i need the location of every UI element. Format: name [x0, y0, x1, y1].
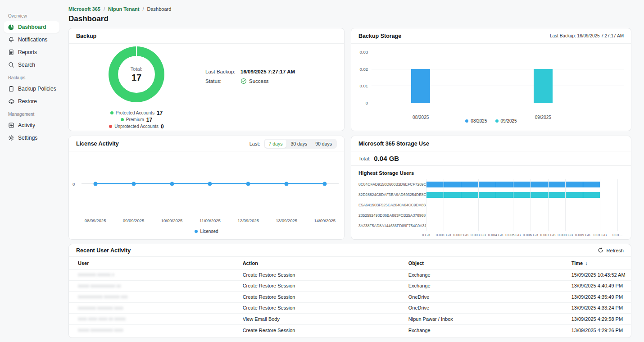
breadcrumb-separator: /: [104, 6, 105, 12]
table-row: xxxxxxxx xxxxxx x Create Restore Session…: [69, 269, 631, 281]
storage-user-label: E5A64190BF525CA2040A04CC9DA860DF: [358, 200, 426, 210]
backup-storage-card: Backup Storage Last Backup: 16/09/2025 7…: [351, 28, 631, 131]
backup-donut-chart: Total: 17: [109, 46, 164, 102]
column-header-time[interactable]: Time↓: [571, 260, 631, 266]
user-cell: xxxxx xxxxxxxxxx xxxx: [69, 328, 243, 333]
x-tick-label: 0.009 GB: [575, 233, 590, 237]
license-activity-card: License Activity Last: 7 days 30 days 90…: [68, 136, 345, 240]
legend-label: Premium: [126, 117, 144, 122]
line-point: [93, 182, 97, 186]
sidebar-item-restore[interactable]: Restore: [4, 96, 59, 107]
x-axis-line: [77, 216, 340, 216]
range-label: Last:: [249, 141, 260, 146]
table-row: xxxxxxxxxxx xxxxxxx xxx Create Restore S…: [69, 292, 631, 303]
time-cell: 15/09/2025 10:43:52 AM: [571, 272, 631, 278]
y-tick-label: 0: [366, 100, 368, 105]
sidebar-item-settings[interactable]: Settings: [4, 132, 59, 144]
sidebar-section-title: Overview: [8, 14, 59, 18]
column-header-object[interactable]: Object: [408, 260, 571, 266]
activity-icon: [8, 122, 14, 128]
tab-7-days[interactable]: 7 days: [265, 140, 287, 148]
storage-user-label: 82D28824C8DAF3EA9AD693254DE8CC08: [358, 190, 426, 200]
legend-dot: [109, 125, 112, 128]
y-tick-label: 0.02: [360, 66, 368, 71]
table-row: xxxxxxxx xxxxxxx xxxx Create Restore Ses…: [69, 303, 631, 314]
sidebar-item-activity[interactable]: Activity: [4, 119, 59, 131]
license-plot: 0 08/09/202509/09/202510/09/202511/09/20…: [69, 151, 344, 240]
search-icon: [8, 62, 14, 68]
legend-item: Unprotected Accounts 0: [73, 123, 200, 130]
sidebar-item-label: Restore: [18, 98, 37, 105]
gridline: [531, 179, 531, 231]
tab-90-days[interactable]: 90 days: [311, 140, 336, 148]
range-segmented-control: 7 days 30 days 90 days: [264, 139, 337, 149]
sidebar-item-notifications[interactable]: Notifications: [4, 34, 59, 46]
refresh-label: Refresh: [606, 248, 624, 253]
refresh-button[interactable]: Refresh: [598, 247, 624, 253]
legend-label: Licensed: [200, 229, 218, 234]
sidebar-item-search[interactable]: Search: [4, 59, 59, 71]
gear-icon: [8, 135, 14, 141]
table-row: xxxx xxxx xxxx xx xxxxx View Email Body …: [69, 314, 631, 325]
column-header-user[interactable]: User: [69, 260, 243, 266]
sidebar-item-label: Reports: [18, 49, 37, 55]
user-cell: xxxxx xxxxxxxxxxx xx: [69, 283, 243, 288]
sidebar-item-reports[interactable]: Reports: [4, 46, 59, 58]
gridline: [444, 179, 444, 231]
breadcrumb-current: Dashboard: [147, 6, 172, 12]
backup-card: Backup Total: 17 Protected Accounts 17 P…: [68, 28, 345, 131]
sidebar-item-dashboard[interactable]: Dashboard: [4, 21, 59, 33]
tab-30-days[interactable]: 30 days: [286, 140, 311, 148]
gridline: [583, 179, 583, 231]
x-tick-label: 0.007 GB: [540, 233, 556, 237]
bell-icon: [8, 36, 14, 43]
breadcrumb-microsoft-365[interactable]: Microsoft 365: [68, 6, 100, 12]
gridline: [617, 179, 618, 231]
gridline: [513, 179, 513, 231]
line-point: [285, 182, 289, 186]
action-cell: Create Restore Session: [243, 328, 408, 333]
highest-storage-users-heading: Highest Storage Users: [358, 170, 624, 176]
gridline: [461, 179, 461, 231]
sidebar-item-backup-policies[interactable]: Backup Policies: [4, 83, 59, 95]
sidebar-item-label: Notifications: [18, 36, 47, 43]
status-value: Success: [249, 78, 268, 84]
table-row: xxxxx xxxxxxxxxx xxxx Create Restore Ses…: [69, 325, 631, 336]
document-icon: [8, 49, 14, 55]
column-header-action[interactable]: Action: [243, 260, 408, 266]
breadcrumb-nipun-tenant[interactable]: Nipun Tenant: [108, 6, 139, 12]
m365-storage-card: Microsoft 365 Storage Use Total: 0.04 GB…: [351, 136, 631, 240]
x-tick-label: 0.008 GB: [558, 233, 573, 237]
sidebar-section-title: Backups: [8, 75, 59, 80]
storage-bar: [411, 69, 430, 103]
line-point: [323, 182, 327, 186]
user-cell: xxxx xxxx xxxx xx xxxxx: [69, 316, 243, 321]
y-tick-label: 0.01: [360, 83, 368, 88]
user-cell: xxxxxxxx xxxxxx x: [69, 272, 243, 277]
last-backup-value: 16/09/2025 7:27:17 AM: [240, 69, 295, 74]
gridline: [548, 179, 549, 231]
x-axis-label: 12/09/2025: [238, 218, 259, 223]
gridline: [496, 179, 496, 231]
sidebar-item-label: Search: [18, 62, 35, 68]
storage-total-value: 0.04 GB: [374, 155, 399, 162]
storage-user-label: 2352592493D36BA863FCB25A3789684F: [358, 210, 426, 221]
x-axis-label: 08/09/2025: [85, 218, 106, 223]
action-cell: View Email Body: [243, 316, 408, 322]
x-axis-label: 09/09/2025: [123, 218, 145, 223]
object-cell: Exchange: [408, 272, 571, 278]
backup-storage-legend: 08/2025 09/2025: [351, 119, 631, 123]
legend-dot: [495, 119, 499, 123]
object-cell: Nipun Pawar / Inbox: [408, 316, 571, 322]
y-tick-label: 0.03: [360, 50, 368, 55]
gridline: [478, 179, 479, 231]
gridline: [600, 179, 600, 231]
legend-dot: [195, 230, 198, 233]
line-point: [170, 182, 174, 186]
sidebar-item-label: Activity: [18, 122, 35, 128]
sidebar-section-title: Management: [8, 112, 59, 117]
donut-total-value: 17: [132, 73, 141, 83]
legend-item: Premium 17: [73, 116, 200, 123]
backup-legend: Protected Accounts 17 Premium 17 Unprote…: [73, 109, 200, 130]
storage-total-label: Total:: [358, 156, 370, 161]
